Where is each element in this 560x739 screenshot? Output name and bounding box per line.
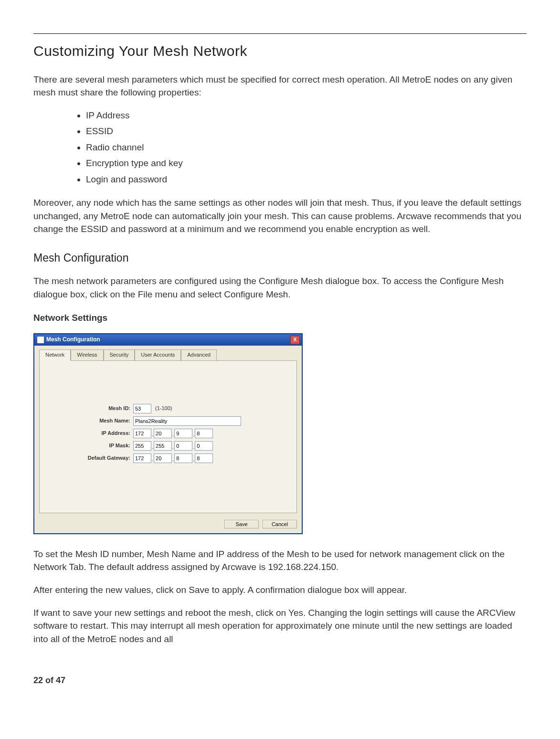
dialog-title: Mesh Configuration xyxy=(46,336,100,344)
ip-address-octet-2[interactable] xyxy=(154,429,172,438)
paragraph-set-mesh-id: To set the Mesh ID number, Mesh Name and… xyxy=(33,548,527,574)
dot-separator: . xyxy=(172,443,174,451)
list-item: Login and password xyxy=(86,173,527,186)
dot-separator: . xyxy=(152,456,153,464)
ip-mask-octet-2[interactable] xyxy=(154,441,172,451)
tab-panel-network: Mesh ID: (1-100) Mesh Name: IP Address: … xyxy=(39,360,297,513)
page-number: 22 of 47 xyxy=(33,674,527,686)
paragraph-after-entering: After entering the new values, click on … xyxy=(33,583,527,597)
moreover-paragraph: Moreover, any node which has the same se… xyxy=(33,196,527,236)
dialog-titlebar: Mesh Configuration X xyxy=(34,334,302,346)
gateway-octet-1[interactable] xyxy=(133,454,151,463)
dot-separator: . xyxy=(172,456,174,464)
default-gateway-label: Default Gateway: xyxy=(49,454,133,462)
list-item: ESSID xyxy=(86,125,527,138)
ip-address-octet-1[interactable] xyxy=(133,429,151,438)
tab-wireless[interactable]: Wireless xyxy=(71,349,103,360)
mesh-id-hint: (1-100) xyxy=(155,405,172,412)
tab-strip: Network Wireless Security User Accounts … xyxy=(39,349,297,360)
mesh-configuration-dialog: Mesh Configuration X Network Wireless Se… xyxy=(33,333,303,534)
tab-advanced[interactable]: Advanced xyxy=(181,349,217,360)
mesh-config-paragraph: The mesh network parameters are configur… xyxy=(33,274,527,301)
ip-mask-octet-1[interactable] xyxy=(133,441,151,451)
ip-mask-label: IP Mask: xyxy=(49,442,133,450)
mesh-name-label: Mesh Name: xyxy=(49,417,133,425)
dot-separator: . xyxy=(152,443,153,451)
mesh-id-label: Mesh ID: xyxy=(49,405,133,412)
subsection-heading-network: Network Settings xyxy=(33,311,527,325)
ip-address-octet-3[interactable] xyxy=(174,429,192,438)
ip-address-label: IP Address: xyxy=(49,430,133,437)
list-item: Encryption type and key xyxy=(86,157,527,170)
dot-separator: . xyxy=(193,456,194,464)
dot-separator: . xyxy=(172,431,174,439)
cancel-button[interactable]: Cancel xyxy=(263,520,297,528)
ip-mask-octet-3[interactable] xyxy=(174,441,192,451)
dot-separator: . xyxy=(193,431,194,439)
dot-separator: . xyxy=(193,443,194,451)
gateway-octet-4[interactable] xyxy=(195,454,213,463)
tab-network[interactable]: Network xyxy=(39,349,71,361)
page-title: Customizing Your Mesh Network xyxy=(33,41,527,62)
tab-security[interactable]: Security xyxy=(104,349,135,360)
tab-user-accounts[interactable]: User Accounts xyxy=(135,349,181,360)
paragraph-if-want-save: If want to save your new settings and re… xyxy=(33,606,527,646)
properties-list: IP Address ESSID Radio channel Encryptio… xyxy=(33,109,527,186)
close-icon[interactable]: X xyxy=(290,336,300,344)
ip-address-octet-4[interactable] xyxy=(195,429,213,438)
list-item: IP Address xyxy=(86,109,527,122)
mesh-id-input[interactable] xyxy=(133,404,151,413)
gateway-octet-2[interactable] xyxy=(154,454,172,463)
save-button[interactable]: Save xyxy=(224,520,259,528)
dot-separator: . xyxy=(152,431,153,439)
section-heading-mesh-config: Mesh Configuration xyxy=(33,250,527,266)
mesh-name-input[interactable] xyxy=(133,416,241,426)
list-item: Radio channel xyxy=(86,141,527,154)
app-icon xyxy=(37,337,44,343)
gateway-octet-3[interactable] xyxy=(174,454,192,463)
ip-mask-octet-4[interactable] xyxy=(195,441,213,451)
intro-paragraph: There are several mesh parameters which … xyxy=(33,73,527,99)
